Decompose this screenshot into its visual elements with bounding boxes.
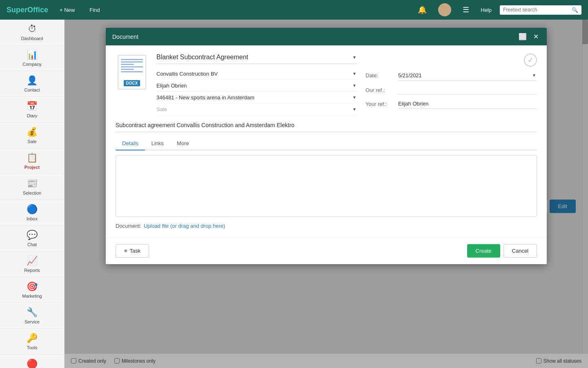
doc-notes-textarea[interactable] xyxy=(116,155,537,217)
tab-details[interactable]: Details xyxy=(116,137,145,150)
sidebar: ⏱ Dashboard 📊 Company 👤 Contact 📅 Diary … xyxy=(0,20,65,368)
doc-sale-dropdown[interactable]: ▾ xyxy=(352,105,357,113)
footer-left: ≡ Task xyxy=(116,244,149,258)
sidebar-item-company[interactable]: 📊 Company xyxy=(0,45,64,71)
sidebar-label-tools: Tools xyxy=(27,345,38,350)
docx-file-icon: DOCX xyxy=(118,55,146,90)
modal-footer: ≡ Task Create Cancel xyxy=(106,237,547,264)
doc-tabs: Details Links More xyxy=(116,137,537,150)
doc-right-fields: ✓ Date: 5/21/2021 ▾ xyxy=(365,54,537,115)
tab-more[interactable]: More xyxy=(170,137,196,150)
sidebar-label-marketing: Marketing xyxy=(22,294,42,298)
task-label: Task xyxy=(130,248,141,254)
sidebar-label-inbox: Inbox xyxy=(27,216,38,221)
doc-icon: DOCX xyxy=(116,54,148,90)
sidebar-label-chat: Chat xyxy=(27,242,37,247)
sidebar-item-tools[interactable]: 🔑 Tools xyxy=(0,329,64,355)
docx-badge: DOCX xyxy=(124,80,140,86)
sidebar-item-selection[interactable]: 📰 Selection xyxy=(0,174,64,200)
date-label: Date: xyxy=(365,72,398,79)
company-icon: 📊 xyxy=(27,49,38,60)
doc-title-dropdown[interactable]: ▾ xyxy=(352,54,357,61)
sidebar-item-diary[interactable]: 📅 Diary xyxy=(0,97,64,123)
sidebar-item-reports[interactable]: 📈 Reports xyxy=(0,251,64,277)
create-button[interactable]: Create xyxy=(467,244,500,258)
avatar[interactable] xyxy=(438,3,451,16)
sidebar-item-leadexplorer[interactable]: 🔴 Leadexplorer xyxy=(0,355,64,368)
sidebar-item-dashboard[interactable]: ⏱ Dashboard xyxy=(0,20,64,45)
document-label: Document: xyxy=(116,223,141,229)
doc-sale-row: Sale ▾ xyxy=(156,103,357,115)
sale-icon: 💰 xyxy=(27,127,38,137)
sidebar-item-chat[interactable]: 💬 Chat xyxy=(0,226,64,251)
doc-company-dropdown[interactable]: ▾ xyxy=(352,70,357,77)
chat-icon: 💬 xyxy=(27,230,38,240)
doc-title-input[interactable] xyxy=(156,54,348,61)
tools-icon: 🔑 xyxy=(27,333,38,343)
marketing-icon: 🎯 xyxy=(27,281,38,292)
complete-checkmark[interactable]: ✓ xyxy=(524,54,537,67)
line4 xyxy=(121,66,143,67)
sidebar-label-dashboard: Dashboard xyxy=(21,36,43,41)
help-button[interactable]: Help xyxy=(481,7,492,13)
leadexplorer-icon: 🔴 xyxy=(27,359,38,368)
service-icon: 🔧 xyxy=(27,307,38,318)
cancel-button[interactable]: Cancel xyxy=(503,244,537,258)
sidebar-item-contact[interactable]: 👤 Contact xyxy=(0,71,64,97)
doc-ourref-row: Our ref.: xyxy=(365,85,537,95)
doc-fields: ▾ Convallis Construction BV ▾ Elijah Obr… xyxy=(156,54,357,115)
modal-overlay: Document ⬜ ✕ xyxy=(65,20,588,368)
menu-icon[interactable]: ☰ xyxy=(459,4,472,16)
your-ref-input[interactable] xyxy=(398,99,537,109)
modal-body: DOCX ▾ Convallis Cons xyxy=(106,45,547,237)
date-dropdown[interactable]: ▾ xyxy=(531,72,537,79)
sidebar-item-service[interactable]: 🔧 Service xyxy=(0,303,64,329)
doc-sale-placeholder: Sale xyxy=(156,106,352,112)
project-icon: 📋 xyxy=(27,153,38,163)
upload-link[interactable]: Upload file (or drag and drop here) xyxy=(144,223,225,229)
line5 xyxy=(121,69,134,70)
search-box[interactable]: 🔍 xyxy=(500,5,581,15)
doc-person-dropdown[interactable]: ▾ xyxy=(352,82,357,89)
sidebar-item-project[interactable]: 📋 Project xyxy=(0,148,64,174)
upload-row: Document: Upload file (or drag and drop … xyxy=(116,223,537,229)
modal-header-actions: ⬜ ✕ xyxy=(517,32,540,41)
modal-maximize-button[interactable]: ⬜ xyxy=(517,32,528,41)
selection-icon: 📰 xyxy=(27,178,38,189)
main-content: Task Edit Created only Milestones only S… xyxy=(65,20,588,368)
find-button[interactable]: Find xyxy=(86,5,103,15)
modal-header: Document ⬜ ✕ xyxy=(106,28,547,45)
notifications-icon[interactable]: 🔔 xyxy=(414,4,430,16)
modal-close-button[interactable]: ✕ xyxy=(532,32,540,41)
line6 xyxy=(121,71,143,72)
doc-person-value: Elijah Obrien xyxy=(156,83,352,89)
doc-company-value: Convallis Construction BV xyxy=(156,71,352,77)
sidebar-item-sale[interactable]: 💰 Sale xyxy=(0,123,64,148)
footer-right: Create Cancel xyxy=(467,244,537,258)
doc-title-row: ▾ xyxy=(156,54,357,64)
search-input[interactable] xyxy=(503,7,569,13)
sidebar-label-contact: Contact xyxy=(24,88,40,92)
task-button[interactable]: ≡ Task xyxy=(116,244,149,258)
sidebar-label-diary: Diary xyxy=(27,113,38,118)
doc-top-section: DOCX ▾ Convallis Cons xyxy=(116,54,537,115)
sidebar-item-inbox[interactable]: 🔵 Inbox xyxy=(0,200,64,226)
doc-project-value: 346481 - New sports arena in Amsterdam xyxy=(156,94,352,101)
modal-title: Document xyxy=(112,34,138,40)
new-button[interactable]: + New xyxy=(56,5,78,15)
sidebar-item-marketing[interactable]: 🎯 Marketing xyxy=(0,277,64,303)
line1 xyxy=(121,59,143,60)
doc-project-row: 346481 - New sports arena in Amsterdam ▾ xyxy=(156,92,357,103)
doc-project-dropdown[interactable]: ▾ xyxy=(352,94,357,101)
sidebar-label-reports: Reports xyxy=(24,268,40,273)
our-ref-input[interactable] xyxy=(398,85,537,95)
task-icon: ≡ xyxy=(124,248,127,254)
date-value-row: 5/21/2021 ▾ xyxy=(398,70,537,81)
tab-links[interactable]: Links xyxy=(145,137,170,150)
sidebar-label-project: Project xyxy=(24,165,40,170)
sidebar-label-sale: Sale xyxy=(27,139,36,144)
search-icon: 🔍 xyxy=(572,7,578,13)
doc-person-row: Elijah Obrien ▾ xyxy=(156,80,357,92)
line2 xyxy=(121,61,143,63)
reports-icon: 📈 xyxy=(27,256,38,266)
